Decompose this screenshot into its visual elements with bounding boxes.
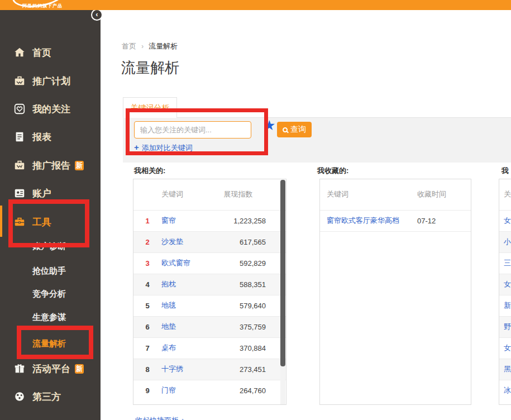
sidebar-item-label: 第三方 [32, 390, 61, 403]
top-header: 阿里妈妈旗下产品 [0, 0, 511, 10]
keyword-link[interactable]: 抱枕 [161, 280, 176, 288]
table-header-row: 关键词 收藏时间 [320, 179, 471, 210]
keyword-cell: 小 [499, 231, 511, 252]
keyword-link[interactable]: 门帘 [161, 386, 176, 394]
table-row: 三 [499, 252, 511, 274]
sidebar-item-label: 首页 [32, 46, 51, 59]
impression-cell: 617,565 [224, 231, 286, 252]
impression-column-header: 展现指数 [224, 179, 286, 210]
keyword-cell: 冰 [499, 380, 511, 401]
table-row: 9门帘264,760 [133, 380, 286, 401]
keyword-cell: 三 [499, 252, 511, 274]
sidebar-item-label: 活动平台新 [32, 362, 84, 375]
campaign-icon [13, 75, 26, 87]
keyword-cell: 窗帘欧式客厅豪华高档 [320, 210, 417, 231]
fav-time-cell: 07-12 [417, 210, 471, 231]
table-row: 女 [499, 274, 511, 295]
sidebar-item[interactable]: 生意参谋 [0, 308, 101, 328]
sidebar-item[interactable]: 第三方 [0, 386, 101, 407]
sidebar-item[interactable]: 工具 [0, 212, 101, 232]
sidebar-item[interactable]: 账户诊断 [0, 237, 101, 257]
sidebar-item[interactable]: 流量解析 [0, 335, 101, 355]
breadcrumb-home[interactable]: 首页 [122, 42, 136, 50]
sidebar-item[interactable]: 抢位助手 [0, 262, 101, 282]
breadcrumb-separator-icon: › [141, 42, 144, 50]
keyword-column-header: 关键词 [161, 179, 224, 210]
table-scrollbar-track [280, 180, 285, 405]
sidebar-item-label: 竞争分析 [32, 289, 66, 299]
table-row: 8十字绣273,451 [133, 359, 286, 380]
keyword-link[interactable]: 女 [504, 280, 511, 288]
keyword-link[interactable]: 窗帘欧式客厅豪华高档 [327, 216, 399, 225]
impression-cell: 370,884 [224, 337, 286, 359]
keyword-column-header: 关键词 [320, 179, 417, 210]
sidebar-item[interactable]: 推广计划 [0, 71, 101, 91]
sidebar-item-label: 账户 [32, 187, 51, 200]
keyword-link[interactable]: 十字绣 [161, 365, 183, 373]
table-row: 黑 [499, 359, 511, 380]
keyword-link[interactable]: 新 [504, 301, 511, 309]
keyword-link[interactable]: 女 [504, 216, 511, 225]
plus-icon: + [134, 142, 139, 152]
account-icon [13, 187, 26, 199]
sidebar-item[interactable]: 报表 [0, 127, 101, 147]
keyword-link[interactable]: 欧式窗帘 [161, 259, 190, 267]
keyword-link[interactable]: 野 [504, 322, 511, 331]
keyword-link[interactable]: 窗帘 [161, 216, 176, 225]
keyword-link[interactable]: 沙发垫 [161, 237, 183, 246]
favorites-table: 关键词 收藏时间 窗帘欧式客厅豪华高档07-12 [319, 179, 471, 405]
sidebar-item[interactable]: 我的关注 [0, 99, 101, 119]
sidebar-item-label: 推广计划 [32, 75, 70, 88]
tab-keyword-analysis[interactable]: 关键词分析 [123, 97, 177, 118]
keyword-link[interactable]: 女 [504, 343, 511, 352]
add-compare-label: 添加对比关键词 [142, 144, 193, 152]
keyword-cell: 地毯 [161, 295, 224, 316]
table-row: 野 [499, 316, 511, 337]
keyword-link[interactable]: 三 [504, 259, 511, 267]
keyword-link[interactable]: 地垫 [161, 322, 176, 331]
impression-cell: 264,760 [224, 380, 286, 401]
keyword-search-input[interactable] [134, 121, 251, 139]
table-header-row: 关键词 展现指数 [133, 179, 286, 210]
rank-cell: 6 [133, 316, 161, 337]
sidebar-item[interactable]: 账户 [0, 183, 101, 203]
logo-caption: 阿里妈妈旗下产品 [22, 3, 63, 9]
gift-icon [13, 362, 26, 375]
table-scrollbar-thumb[interactable] [280, 180, 285, 366]
rank-cell: 5 [133, 295, 161, 316]
sidebar-item[interactable]: 竞争分析 [0, 285, 101, 305]
table-row: 女 [499, 210, 511, 231]
impression-cell: 273,451 [224, 359, 286, 380]
add-compare-keyword-link[interactable]: +添加对比关键词 [134, 142, 193, 153]
table-row: 7桌布370,884 [133, 337, 286, 359]
keyword-link[interactable]: 冰 [504, 386, 511, 394]
sidebar-item-label: 工具 [32, 216, 51, 228]
query-button[interactable]: 查询 [277, 122, 312, 137]
table-row: 小 [499, 231, 511, 252]
sidebar-item[interactable]: 推广报告新 [0, 155, 101, 175]
sidebar-item[interactable]: 首页 [0, 42, 101, 63]
promo-report-icon [13, 159, 26, 171]
related-table-title: 我相关的: [134, 166, 165, 176]
keyword-cell: 抱枕 [161, 274, 224, 295]
favorite-star-icon[interactable]: ★ [263, 118, 275, 132]
thirdparty-icon [13, 390, 26, 403]
keyword-cell: 欧式窗帘 [161, 252, 224, 274]
sidebar-item[interactable]: 活动平台新 [0, 359, 101, 379]
keyword-link[interactable]: 桌布 [161, 343, 176, 352]
breadcrumb-current: 流量解析 [149, 42, 178, 50]
keyword-link[interactable]: 小 [504, 237, 511, 246]
keyword-link[interactable]: 地毯 [161, 301, 176, 309]
sidebar-collapse-button[interactable]: ‹ [91, 9, 103, 21]
table-row: 1窗帘1,223,258 [133, 210, 286, 231]
impression-cell: 375,759 [224, 316, 286, 337]
table-row: 3欧式窗帘592,829 [133, 252, 286, 274]
page-title: 流量解析 [121, 58, 179, 78]
collapse-quick-panel-link[interactable]: 收起快捷面板 ↑ [135, 416, 184, 420]
rank-cell: 7 [133, 337, 161, 359]
keyword-cell: 地垫 [161, 316, 224, 337]
rank-cell: 3 [133, 252, 161, 274]
rank-cell: 2 [133, 231, 161, 252]
keyword-link[interactable]: 黑 [504, 365, 511, 373]
new-badge: 新 [75, 161, 84, 170]
